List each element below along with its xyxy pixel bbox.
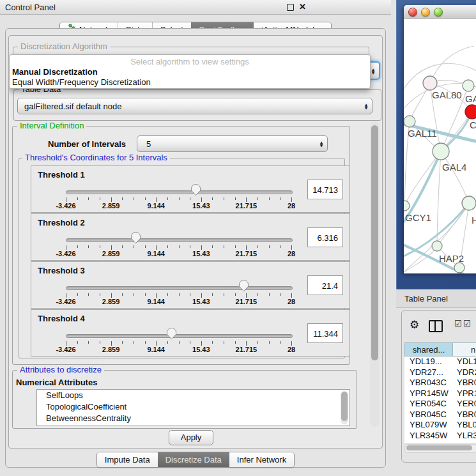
- slider-tick-label: 21.715: [236, 346, 257, 353]
- slider-tick-label: 28: [288, 202, 295, 210]
- slider-tick-label: 15.43: [192, 298, 210, 305]
- window-title: Control Panel: [5, 3, 56, 12]
- zoom-traffic-light-icon[interactable]: [434, 8, 443, 17]
- threshold-label: Threshold 1: [38, 170, 85, 180]
- minimize-traffic-light-icon[interactable]: [421, 8, 430, 17]
- screen: Control Panel ✕ NetworkStyleSelectCyni T…: [0, 0, 476, 476]
- slider-tick-label: 15.43: [192, 346, 210, 353]
- slider-tick: [246, 197, 247, 202]
- network-node[interactable]: [463, 80, 474, 91]
- gear-icon[interactable]: ⚙: [410, 318, 419, 331]
- algorithm-option[interactable]: Equal Width/Frequency Discretization: [10, 77, 370, 88]
- slider-tick: [179, 245, 180, 248]
- network-node[interactable]: [404, 201, 410, 211]
- slider-tick: [269, 245, 270, 248]
- table-row[interactable]: YDL19...YDL1: [404, 357, 476, 367]
- table-row[interactable]: YBL079WYBL0: [404, 420, 476, 431]
- attribute-item[interactable]: SelfLoops: [37, 390, 349, 401]
- slider-track[interactable]: [66, 238, 293, 242]
- threshold-value-field[interactable]: 6.316: [307, 227, 343, 247]
- network-node-label: GAL80: [432, 89, 462, 100]
- slider-tick: [111, 341, 112, 346]
- threshold-panel: Threshold 4-3.4262.8599.14415.4321.71528…: [31, 309, 350, 357]
- table-row[interactable]: YER054CYER0: [404, 399, 476, 410]
- attribute-item[interactable]: BetweennessCentrality: [37, 413, 349, 424]
- float-window-icon[interactable]: [287, 4, 294, 11]
- attributes-list-scrollbar[interactable]: [341, 391, 348, 424]
- slider-tick: [224, 341, 224, 344]
- network-node[interactable]: [423, 76, 437, 90]
- table-data-combobox[interactable]: galFiltered.sif default node ▲▼: [17, 98, 372, 114]
- network-node-label: HAP2: [439, 253, 464, 264]
- node-table-header[interactable]: shared...n: [404, 342, 476, 357]
- slider-thumb[interactable]: [130, 231, 141, 244]
- attribute-item[interactable]: TopologicalCoefficient: [37, 401, 349, 413]
- slider-tick: [167, 197, 168, 200]
- network-node[interactable]: [432, 241, 442, 251]
- slider-tick: [88, 197, 89, 200]
- apply-button[interactable]: Apply: [169, 430, 213, 445]
- slider-tick: [257, 341, 258, 344]
- slider-track[interactable]: [66, 190, 293, 194]
- slider-tick: [190, 293, 190, 296]
- slider-tick: [201, 197, 202, 202]
- table-row[interactable]: YPR145WYPR1: [404, 388, 476, 399]
- table-row[interactable]: YDR27...YDR2: [404, 367, 476, 378]
- table-row[interactable]: YBR043CYBR0: [404, 378, 476, 388]
- threshold-value-field[interactable]: 14.713: [307, 180, 343, 199]
- page-scrollbar-thumb[interactable]: [371, 125, 378, 360]
- table-cell: YPR145W: [404, 388, 453, 399]
- network-canvas[interactable]: GAL80GACGAL11GAL4GCY1HHAP2: [404, 18, 476, 273]
- attributes-list[interactable]: SelfLoopsTopologicalCoefficientBetweenne…: [36, 389, 350, 426]
- checkbox-icon[interactable]: ☑: [454, 319, 462, 328]
- slider-tick: [280, 197, 280, 200]
- network-node-label: H: [472, 215, 476, 226]
- slider-tick-label: 21.715: [236, 250, 257, 257]
- table-row[interactable]: YLR345WYLR3: [404, 431, 476, 441]
- column-layout-icon[interactable]: [429, 320, 443, 332]
- stepper-icon: ▲▼: [316, 141, 327, 147]
- slider-thumb[interactable]: [166, 327, 177, 340]
- network-node[interactable]: [462, 196, 476, 210]
- close-traffic-light-icon[interactable]: [408, 8, 417, 17]
- network-node[interactable]: [404, 116, 415, 127]
- network-node[interactable]: [433, 143, 449, 160]
- node-table-body[interactable]: YDL19...YDL1YDR27...YDR2YBR043CYBR0YPR14…: [404, 357, 476, 443]
- slider-thumb[interactable]: [190, 183, 201, 196]
- table-row[interactable]: YIL052CYIL0: [404, 441, 476, 443]
- tab-impute-data[interactable]: Impute Data: [97, 452, 158, 467]
- slider-tick: [212, 245, 213, 248]
- tab-infer-network[interactable]: Infer Network: [229, 452, 294, 467]
- network-node-label: C: [470, 119, 476, 130]
- tab-discretize-data[interactable]: Discretize Data: [158, 452, 229, 467]
- table-cell: YER0: [453, 399, 476, 410]
- tab-label: Discretize Data: [165, 452, 222, 467]
- slider-track[interactable]: [66, 286, 293, 290]
- slider-tick: [111, 197, 112, 202]
- network-window-titlebar[interactable]: [404, 5, 476, 19]
- table-cell: YBL0: [453, 420, 476, 431]
- slider-tick-label: 21.715: [236, 202, 257, 210]
- network-node[interactable]: [454, 263, 464, 273]
- threshold-value-field[interactable]: 21.4: [307, 275, 343, 295]
- close-icon[interactable]: ✕: [299, 2, 306, 12]
- network-node[interactable]: [465, 105, 476, 119]
- table-row[interactable]: YBR045CYBR0: [404, 410, 476, 420]
- table-hscrollbar[interactable]: [404, 444, 476, 453]
- slider-tick: [156, 197, 157, 202]
- algorithm-option[interactable]: Manual Discretization: [10, 67, 370, 77]
- slider-tick: [77, 341, 78, 344]
- slider-tick-label: -3.426: [56, 250, 75, 257]
- checkbox-icon[interactable]: ☑: [463, 319, 471, 328]
- slider-thumb[interactable]: [238, 279, 249, 292]
- num-intervals-combobox[interactable]: 5 ▲▼: [137, 135, 328, 152]
- slider-tick: [100, 197, 100, 200]
- slider-tick-label: 15.43: [192, 250, 210, 257]
- network-view-window: GAL80GACGAL11GAL4GCY1HHAP2: [404, 5, 476, 273]
- threshold-value-field[interactable]: 11.344: [307, 323, 343, 343]
- table-column-header[interactable]: shared...: [404, 342, 453, 357]
- table-data-combobox-value: galFiltered.sif default node: [18, 102, 360, 111]
- slider-track[interactable]: [66, 334, 293, 338]
- slider-tick: [280, 341, 280, 344]
- table-column-header[interactable]: n: [453, 342, 476, 357]
